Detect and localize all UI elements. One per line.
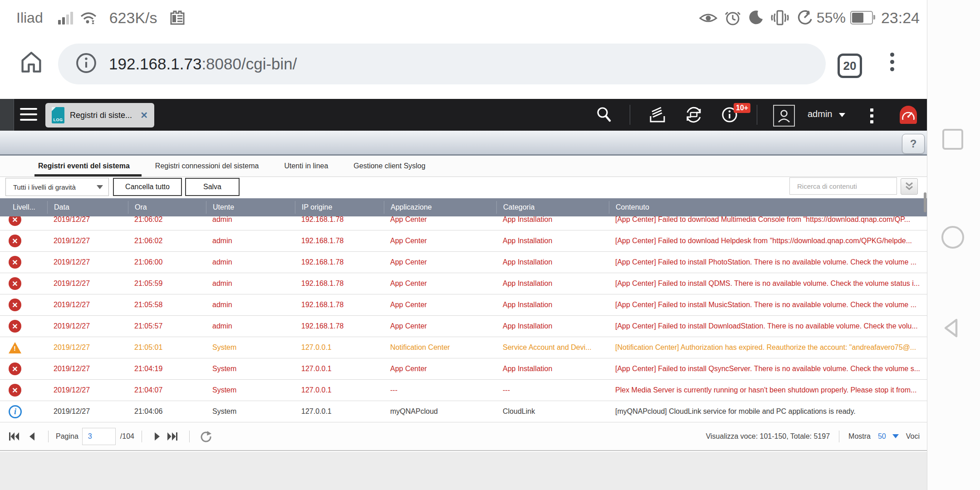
cell: 127.0.0.1: [295, 386, 384, 394]
header-more-icon[interactable]: [870, 107, 873, 125]
next-page-icon[interactable]: [152, 431, 162, 441]
column-header-7[interactable]: Contenuto: [609, 201, 927, 214]
cell: 21:06:02: [128, 216, 206, 224]
page-size-value[interactable]: 50: [878, 432, 886, 441]
cell: App Installation: [496, 237, 609, 245]
table-row[interactable]: 2019/12/2721:05:57admin192.168.1.78App C…: [0, 316, 927, 337]
alarm-icon: [724, 9, 741, 26]
show-label: Mostra: [848, 432, 871, 441]
cell: myQNAPcloud: [384, 407, 496, 416]
cell: 192.168.1.78: [295, 279, 384, 288]
wifi-icon: [79, 10, 98, 25]
entries-summary: Visualizza voce: 101-150, Totale: 5197: [706, 432, 830, 441]
background-tasks-icon[interactable]: [648, 105, 667, 126]
table-row[interactable]: 2019/12/2721:06:02admin192.168.1.78App C…: [0, 216, 927, 230]
cell: System: [206, 407, 295, 416]
table-row[interactable]: 2019/12/2721:05:58admin192.168.1.78App C…: [0, 294, 927, 316]
column-header-4[interactable]: IP origine: [295, 201, 384, 214]
back-icon[interactable]: [941, 318, 962, 340]
battery-percent: 55%: [817, 10, 846, 26]
tab-switcher-button[interactable]: 20: [838, 54, 862, 78]
user-menu-caret-icon[interactable]: [839, 113, 845, 117]
page-info-icon[interactable]: [74, 51, 98, 77]
cell: admin: [206, 322, 295, 330]
module-tabs: Registri eventi del sistema Registri con…: [0, 156, 927, 177]
page-size-caret-icon[interactable]: [892, 434, 899, 438]
home-icon[interactable]: [17, 48, 45, 78]
open-app-tab[interactable]: LOG Registri di siste... ✕: [45, 103, 154, 127]
table-row[interactable]: 2019/12/2721:06:02admin192.168.1.78App C…: [0, 230, 927, 252]
page-number-input[interactable]: [82, 428, 116, 445]
cell: 2019/12/27: [47, 322, 128, 330]
cell: 2019/12/27: [47, 407, 128, 416]
browser-menu-icon[interactable]: [890, 51, 894, 73]
cell: 21:04:19: [128, 365, 206, 373]
cell: App Center: [384, 322, 496, 330]
cell: 21:06:00: [128, 258, 206, 266]
cell: Service Account and Devi...: [496, 343, 609, 352]
cell: [App Center] Failed to install QsyncServ…: [609, 365, 927, 373]
search-icon[interactable]: [595, 106, 613, 126]
cell: 2019/12/27: [47, 365, 128, 373]
cell: ---: [496, 386, 609, 394]
save-button[interactable]: Salva: [185, 178, 240, 196]
cell: 2019/12/27: [47, 237, 128, 245]
content-search-input[interactable]: [789, 177, 897, 195]
clear-all-button[interactable]: Cancella tutto: [113, 178, 182, 196]
column-header-5[interactable]: Applicazione: [384, 201, 496, 214]
cell: 21:05:59: [128, 279, 206, 288]
table-row[interactable]: 2019/12/2721:04:07System127.0.0.1------P…: [0, 380, 927, 401]
cell: 21:05:58: [128, 301, 206, 309]
cell: 192.168.1.78: [295, 301, 384, 309]
last-page-icon[interactable]: [167, 431, 178, 441]
refresh-icon[interactable]: [200, 430, 212, 443]
android-home-icon[interactable]: [941, 226, 964, 249]
cell: App Center: [384, 301, 496, 309]
header-divider: [757, 105, 757, 125]
header-divider: [630, 105, 630, 125]
user-avatar[interactable]: [773, 105, 795, 127]
table-row[interactable]: 2019/12/2721:06:00admin192.168.1.78App C…: [0, 252, 927, 273]
url-bar[interactable]: 192.168.1.73:8080/cgi-bin/: [58, 44, 826, 84]
data-saver-icon: [796, 9, 813, 26]
tab-gestione-syslog[interactable]: Gestione client Syslog: [353, 156, 425, 176]
cell: 127.0.0.1: [295, 407, 384, 416]
device-sync-icon[interactable]: [683, 104, 704, 127]
close-icon[interactable]: ✕: [140, 110, 148, 121]
scrollbar-thumb[interactable]: [924, 192, 926, 212]
tab-utenti-in-linea[interactable]: Utenti in linea: [284, 156, 328, 176]
first-page-icon[interactable]: [8, 431, 20, 441]
severity-dropdown[interactable]: Tutti i livelli di gravità: [5, 178, 109, 196]
dashboard-gauge-icon[interactable]: [897, 103, 920, 128]
tab-registri-eventi[interactable]: Registri eventi del sistema: [38, 156, 130, 176]
table-row[interactable]: 2019/12/2721:04:06System127.0.0.1myQNAPc…: [0, 401, 927, 422]
column-header-6[interactable]: Categoria: [496, 201, 609, 214]
recents-icon[interactable]: [942, 129, 963, 150]
eye-icon: [699, 11, 718, 24]
cell: CloudLink: [496, 407, 609, 416]
column-header-0[interactable]: Livell...: [0, 201, 47, 214]
log-document-icon: LOG: [52, 107, 64, 123]
battery-icon: [850, 11, 873, 24]
total-pages: /104: [120, 432, 134, 441]
column-header-2[interactable]: Ora: [128, 201, 206, 214]
column-header-3[interactable]: Utente: [206, 201, 295, 214]
cell: System: [206, 343, 295, 352]
url-text[interactable]: 192.168.1.73:8080/cgi-bin/: [109, 55, 297, 73]
table-row[interactable]: 2019/12/2721:05:01System127.0.0.1Notific…: [0, 337, 927, 358]
help-button[interactable]: ?: [902, 134, 925, 154]
cell: [App Center] Failed to download Multimed…: [609, 216, 927, 224]
main-menu-icon[interactable]: [20, 108, 37, 124]
tab-registri-connessioni[interactable]: Registri connessioni del sistema: [155, 156, 259, 176]
cell: 2019/12/27: [47, 258, 128, 266]
error-icon: [9, 363, 21, 375]
prev-page-icon[interactable]: [27, 431, 37, 441]
table-row[interactable]: 2019/12/2721:04:19System127.0.0.1App Cen…: [0, 358, 927, 380]
logged-in-user[interactable]: admin: [808, 109, 832, 119]
cell: App Installation: [496, 258, 609, 266]
table-row[interactable]: 2019/12/2721:05:59admin192.168.1.78App C…: [0, 273, 927, 294]
cell: 127.0.0.1: [295, 365, 384, 373]
column-header-1[interactable]: Data: [47, 201, 128, 214]
search-options-button[interactable]: [901, 178, 918, 195]
cell: App Installation: [496, 322, 609, 330]
